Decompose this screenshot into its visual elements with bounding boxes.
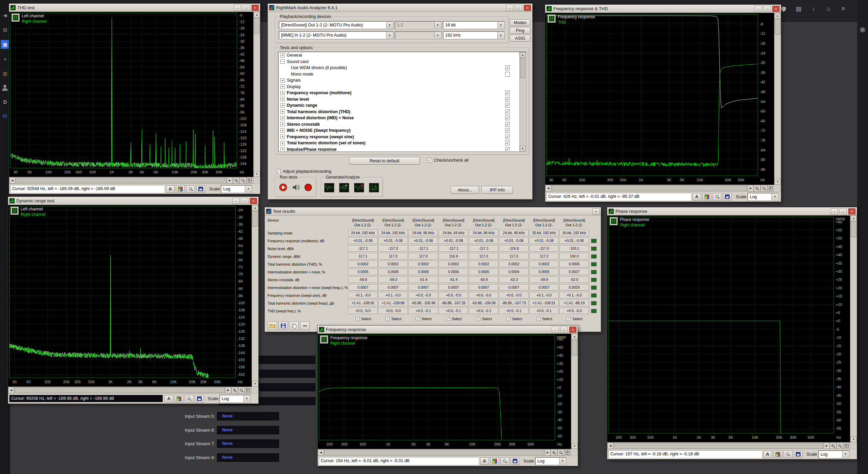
result-value-cell[interactable]: +0.1, -0.0 [559,292,589,298]
result-value-cell[interactable]: 0.0007 [439,284,468,291]
result-value-cell[interactable]: 24-bit, 192 kHz [348,230,378,236]
playback-depth-select[interactable]: 16 bit▼ [443,21,504,29]
font-button[interactable]: A [763,451,772,458]
result-value-cell[interactable]: -63.88, -106.96 [409,300,438,306]
zoom-out-button[interactable] [836,442,843,449]
close-button[interactable]: × [250,198,257,204]
gear-icon[interactable] [859,26,866,35]
scroll-right-icon[interactable]: ▶ [545,449,551,456]
close-button[interactable]: × [772,6,780,12]
titlebar[interactable]: Dynamic range test – □ × [8,197,258,205]
result-value-cell[interactable]: 16-bit, 192 kHz [559,230,589,236]
hscroll-thumb[interactable] [15,387,225,393]
result-value-cell[interactable]: +1.#J, -88.19 [559,300,589,306]
result-value-cell[interactable]: +1.#J, -109.89 [378,300,408,306]
zoom-fit-button[interactable] [246,177,253,184]
zoom-fit-button[interactable] [245,387,252,393]
save-button[interactable] [511,457,519,465]
result-value-cell[interactable]: +0.0, -0.0 [499,292,529,298]
titlebar[interactable]: Phase response – □ × [607,207,857,215]
sidebar-letter[interactable]: D [1,98,9,106]
result-value-cell[interactable]: 0.0006 [469,269,498,275]
tests-list-item[interactable]: +Intermod distortion (IMD) + Noise✓ [279,115,526,121]
legend-icon[interactable] [548,15,556,23]
scroll-right-icon[interactable]: ▶ [748,185,754,191]
spectrum-icon[interactable] [591,309,597,313]
download-icon[interactable]: ↓ [810,5,817,12]
home-icon[interactable]: ⌂ [825,5,832,12]
zoom-tool-button[interactable] [185,395,194,403]
zoom-in-button[interactable] [231,387,238,393]
result-value-cell[interactable]: 24-bit, 96 kHz [409,230,438,236]
scroll-down-icon[interactable]: ▼ [252,381,258,387]
tests-list-item[interactable]: +Noise level✓ [279,96,526,103]
result-value-cell[interactable]: 0.0002 [439,261,468,267]
result-value-cell[interactable]: 117.0 [378,253,408,260]
hscroll-thumb[interactable] [614,443,823,449]
generate-signal-button[interactable] [324,183,334,192]
test-item-checkbox[interactable]: ✓ [505,116,510,120]
spectrum-icon[interactable] [591,293,597,298]
font-button[interactable]: A [164,395,173,403]
titlebar[interactable]: Frequency response & THD – □ × [545,5,781,13]
input-stream-value-button[interactable]: None [217,439,279,448]
colors-button[interactable] [703,193,711,201]
result-value-cell[interactable]: 0.0027 [559,269,589,275]
scroll-left-icon[interactable]: ◀ [318,449,324,456]
save-button[interactable] [195,395,204,403]
input-stream-value-button[interactable]: None [217,412,279,420]
input-stream-value-button[interactable]: None [217,426,279,434]
adjust-playback-recording-checkbox[interactable]: ✓Adjust playback/recording [276,169,331,174]
colors-button[interactable] [175,395,183,403]
result-value-cell[interactable]: +0.0, -0.1 [439,308,468,314]
user-icon[interactable] [1,84,9,91]
spectrum-icon[interactable] [591,277,597,282]
tree-expander-icon[interactable]: + [280,109,285,114]
result-value-cell[interactable]: +0.1, -0.0 [378,292,408,298]
run-tests-button[interactable] [279,183,288,192]
zoom-out-button[interactable] [238,387,245,393]
select-checkbox[interactable]: ✓ [446,317,450,321]
tests-list-item[interactable]: +Total harmonic distortion (set of tones… [279,140,526,146]
test-item-checkbox[interactable]: ✓ [505,122,510,127]
legend-icon[interactable] [320,335,328,344]
device-column-header[interactable]: [DirectSound]Out 1-2 (2- [529,218,559,227]
test-item-checkbox[interactable]: ✓ [505,147,510,152]
result-value-cell[interactable]: -100.1 [559,245,589,252]
legend-icon[interactable] [12,14,20,22]
tree-expander-icon[interactable]: + [280,53,285,58]
spectrum-icon[interactable] [591,270,597,274]
zoom-in-button[interactable] [754,185,761,191]
recording-device-select[interactable]: [MME] In 1-2 (2- MOTU Pro Audio)▼ [279,32,393,39]
vertical-scrollbar[interactable]: ▲▼ [252,205,258,387]
result-value-cell[interactable]: 0.0006 [559,261,589,267]
result-value-cell[interactable]: -117.1 [469,245,498,252]
minimize-button[interactable]: – [831,208,838,214]
result-value-cell[interactable]: +1.#J, -109.51 [529,300,559,306]
result-value-cell[interactable]: 24-bit, 192 kHz [378,230,408,236]
tests-list-item[interactable]: +General [279,52,526,59]
result-value-cell[interactable]: 0.0007 [409,284,438,291]
result-value-cell[interactable]: -117.0 [529,245,559,252]
tree-expander-icon[interactable]: + [280,135,285,139]
result-value-cell[interactable]: +0.01, -0.08 [529,238,559,244]
spectrum-icon[interactable] [591,262,597,267]
reset-default-button[interactable]: Reset to default [349,157,420,165]
result-value-cell[interactable]: +0.01, -0.08 [409,238,438,244]
tests-list-item[interactable]: +Stereo crosstalk✓ [279,121,526,128]
result-value-cell[interactable]: 117.2 [529,253,559,260]
close-button[interactable]: × [592,208,599,214]
horizontal-scrollbar[interactable]: ◀▶ [545,185,774,191]
result-value-cell[interactable]: +0.0, -0.1 [409,308,438,314]
vscroll-thumb[interactable] [252,211,258,227]
select-checkbox[interactable]: ✓ [506,317,510,321]
test-item-checkbox[interactable]: ✓ [505,141,510,145]
result-value-cell[interactable]: -60.9 [469,276,498,283]
result-value-cell[interactable]: +0.0, -0.1 [529,308,559,314]
tree-expander-icon[interactable]: + [280,78,285,83]
analyze-file-button[interactable] [339,183,349,192]
result-value-cell[interactable]: +0.0, -5.0 [559,308,589,314]
tree-expander-icon[interactable]: + [280,97,285,101]
result-value-cell[interactable]: -52.0 [559,276,589,283]
result-value-cell[interactable]: +0.01, -0.08 [559,238,589,244]
